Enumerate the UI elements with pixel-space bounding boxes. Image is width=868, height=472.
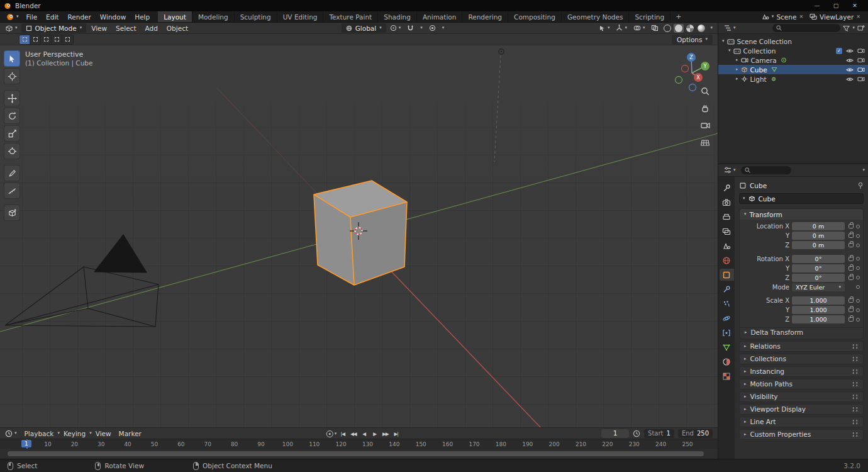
lock-icon[interactable] [849,317,854,322]
tool-add-cube[interactable] [4,205,20,221]
properties-editor-type-button[interactable]: ▾ [721,166,738,174]
drag-grip-icon[interactable] [852,356,859,362]
shading-wireframe-button[interactable] [662,24,672,33]
overlays-dropdown[interactable]: ▾ [631,24,648,32]
select-mode-subtract[interactable] [41,35,52,44]
tab-view-layer[interactable] [720,225,734,237]
camera-view-button[interactable] [699,120,711,131]
current-frame-indicator[interactable]: 1 [21,440,31,447]
tool-annotate[interactable] [4,165,20,181]
menu-help[interactable]: Help [130,11,154,22]
expand-icon[interactable]: ▾ [722,39,725,43]
transform-panel-header[interactable]: ▾ Transform [740,209,863,220]
timeline-ruler[interactable]: 1020304050607080901001101201301401501601… [0,439,718,449]
tab-scripting[interactable]: Scripting [629,11,670,22]
outliner-row-cube[interactable]: ▸ Cube [718,65,868,74]
lock-icon[interactable] [849,243,854,247]
panel-relations[interactable]: ▸Relations [739,341,864,352]
gizmo-z-axis[interactable]: Z [687,53,696,62]
select-mode-set[interactable] [19,35,30,44]
drag-grip-icon[interactable] [852,394,859,400]
tab-modifiers[interactable] [720,283,734,295]
select-mode-invert[interactable] [52,35,62,44]
panel-line-art[interactable]: ▸Line Art [739,417,864,427]
hide-viewport-eye-icon[interactable] [846,67,854,72]
hide-viewport-eye-icon[interactable] [846,48,854,53]
panel-visibility[interactable]: ▸Visibility [739,391,864,402]
zoom-button[interactable] [699,86,711,97]
outliner-row-camera[interactable]: ▸ Camera [718,55,868,65]
options-dropdown[interactable]: Options ▾ [672,35,713,45]
panel-viewport-display[interactable]: ▸Viewport Display [739,404,864,415]
drag-grip-icon[interactable] [852,369,859,374]
camera-object[interactable] [5,235,159,327]
object-visibility-dropdown[interactable]: ▾ [596,24,613,32]
outliner-row-light[interactable]: ▸ Light [718,74,868,84]
minimize-button[interactable]: — [808,0,826,11]
properties-search-input[interactable] [741,166,791,174]
scale-z-field[interactable]: 1.000 [792,315,845,323]
object-name-field[interactable]: ▾ Cube [739,193,864,204]
expand-icon[interactable]: ▾ [728,48,731,53]
jump-to-end-button[interactable]: ▶| [391,429,401,438]
tab-constraints[interactable] [720,327,734,339]
outliner-editor-type-button[interactable]: ▾ [721,24,738,32]
mode-dropdown[interactable]: Object Mode ▾ [21,23,87,33]
gizmo-neg-z[interactable] [689,84,696,91]
disable-render-camera-icon[interactable] [857,76,865,82]
tab-particles[interactable] [720,298,734,310]
panel-instancing[interactable]: ▸Instancing [739,366,864,377]
drag-grip-icon[interactable] [852,432,859,437]
tab-compositing[interactable]: Compositing [508,11,562,22]
auto-keyframe-toggle[interactable] [326,430,333,437]
tool-transform[interactable] [4,143,20,159]
preview-range-icon[interactable] [633,430,640,437]
scene-selector[interactable]: ▾ Scene ✕ [759,12,806,21]
animate-dot[interactable] [856,285,860,289]
scale-x-field[interactable]: 1.000 [792,296,845,305]
blender-menu-button[interactable]: ▾ [3,13,22,21]
close-button[interactable]: ✕ [845,0,864,11]
shading-rendered-button[interactable] [696,24,706,33]
scale-y-field[interactable]: 1.000 [792,306,845,314]
animate-dot[interactable] [856,318,860,322]
menu-marker[interactable]: Marker [115,430,145,437]
end-frame-field[interactable]: End250 [678,429,713,438]
xray-toggle[interactable] [648,24,661,32]
menu-view[interactable]: View [87,25,111,32]
transform-orientation-dropdown[interactable]: Global ▾ [342,23,386,33]
pan-button[interactable] [699,103,711,114]
rotation-y-field[interactable]: 0° [792,264,845,273]
panel-collections[interactable]: ▸Collections [739,354,864,364]
expand-icon[interactable]: ▸ [736,77,738,81]
tool-scale[interactable] [4,125,20,142]
tab-sculpting[interactable]: Sculpting [235,11,277,22]
light-object[interactable] [494,49,504,162]
disable-render-camera-icon[interactable] [857,57,865,63]
perspective-toggle-button[interactable] [699,137,711,148]
gizmo-y-axis[interactable]: Y [701,62,709,70]
animate-dot[interactable] [856,257,860,261]
menu-keying[interactable]: Keying [60,430,89,437]
proportional-falloff-dropdown[interactable]: ▾ [440,25,447,31]
menu-object[interactable]: Object [163,25,192,32]
lock-icon[interactable] [849,308,854,312]
lock-icon[interactable] [849,266,854,271]
outliner-row-scene-collection[interactable]: ▾ Scene Collection [718,37,868,46]
current-frame-field[interactable]: 1 [601,429,629,438]
animate-dot[interactable] [856,244,860,247]
collection-checkbox[interactable]: ✓ [836,48,842,54]
animate-dot[interactable] [856,266,860,270]
menu-render[interactable]: Render [63,11,95,22]
outliner-row-collection[interactable]: ▾ Collection ✓ [718,46,868,55]
new-collection-icon[interactable] [857,25,865,31]
tool-cursor[interactable] [4,68,20,84]
animate-dot[interactable] [856,299,860,303]
menu-playback[interactable]: Playback [21,430,58,437]
animate-dot[interactable] [856,225,860,228]
menu-file[interactable]: File [22,11,42,22]
hide-viewport-eye-icon[interactable] [846,77,854,82]
gizmo-neg-y[interactable] [676,77,682,84]
viewport-3d[interactable]: User Perspective (1) Collection | Cube [0,45,718,427]
unlink-scene-icon[interactable]: ✕ [799,14,803,20]
